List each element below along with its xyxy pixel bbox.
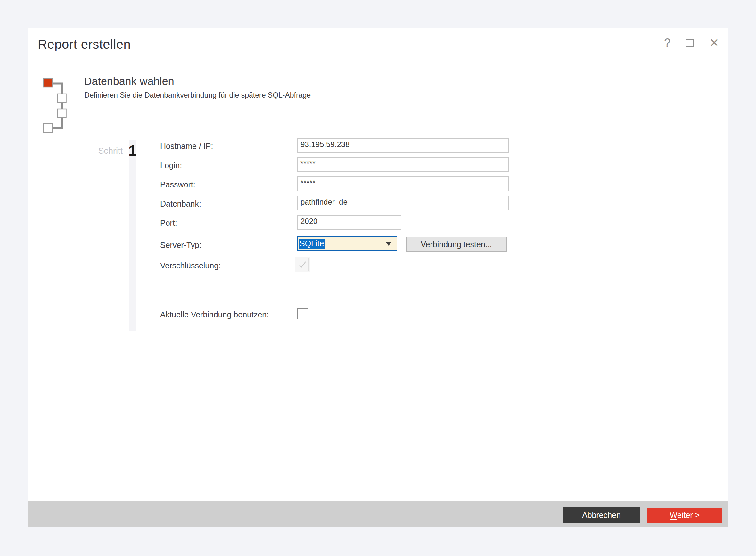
cancel-button[interactable]: Abbrechen [563, 507, 640, 523]
passwort-input[interactable] [297, 176, 509, 191]
step-heading: Datenbank wählen [84, 75, 174, 88]
dialog-title: Report erstellen [38, 37, 131, 51]
step-band [129, 140, 136, 332]
report-wizard-dialog: Report erstellen ? ✕ Datenbank wählen De… [28, 28, 728, 527]
login-input[interactable] [297, 157, 509, 172]
window-controls: ? ✕ [664, 36, 719, 50]
hostname-input[interactable] [297, 138, 509, 153]
server-typ-dropdown[interactable]: SQLite [297, 236, 397, 251]
step-marker-active [43, 78, 52, 87]
server-typ-selected-value: SQLite [299, 239, 325, 249]
help-icon[interactable]: ? [664, 36, 671, 50]
hostname-label: Hostname / IP: [160, 142, 213, 151]
footer-bar: Abbrechen Weiter > [28, 501, 728, 527]
port-input[interactable] [297, 215, 401, 230]
check-icon [297, 259, 308, 270]
passwort-label: Passwort: [160, 180, 196, 189]
dropdown-arrow-icon [386, 242, 391, 246]
step-marker [43, 124, 52, 132]
wizard-steps-graphic [42, 77, 70, 136]
step-subtitle: Definieren Sie die Datenbankverbindung f… [84, 91, 311, 100]
encryption-checkbox[interactable] [295, 257, 310, 272]
step-marker [58, 94, 66, 103]
port-label: Port: [160, 218, 177, 228]
test-connection-button[interactable]: Verbindung testen... [406, 237, 507, 252]
datenbank-input[interactable] [297, 196, 509, 210]
use-current-connection-checkbox[interactable] [297, 308, 308, 319]
step-marker [58, 109, 66, 117]
close-icon[interactable]: ✕ [710, 36, 719, 50]
server-typ-label: Server-Typ: [160, 241, 202, 250]
encryption-label: Verschlüsselung: [160, 261, 221, 270]
login-label: Login: [160, 161, 182, 170]
maximize-icon[interactable] [686, 39, 694, 47]
next-button[interactable]: Weiter > [647, 508, 722, 523]
datenbank-label: Datenbank: [160, 199, 201, 209]
use-current-connection-label: Aktuelle Verbindung benutzen: [160, 310, 269, 319]
step-number: 1 [129, 142, 137, 159]
step-label: Schritt [89, 146, 123, 156]
